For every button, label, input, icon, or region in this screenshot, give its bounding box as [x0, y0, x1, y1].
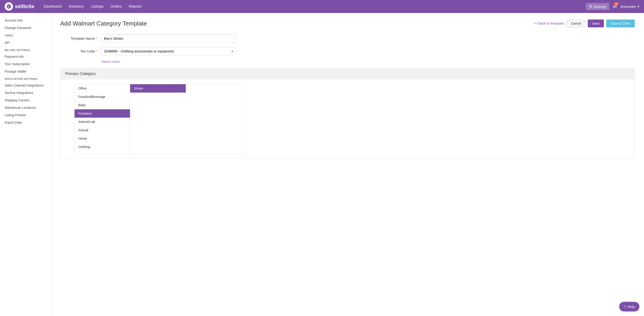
help-button[interactable]: ? Help	[619, 302, 639, 311]
tax-code-row: Tax Code * 2038895 - Clothing accessorie…	[60, 47, 635, 55]
template-name-label: Template Name *	[60, 36, 97, 40]
app-settings-label: APPLICATION SETTINGS	[0, 75, 51, 82]
sidebar-item-account-info[interactable]: Account Info	[0, 17, 51, 24]
sidebar-item-sales-channel[interactable]: Sales Channel Integrations	[0, 82, 51, 89]
sidebar-item-postage-wallet[interactable]: Postage Wallet	[0, 68, 51, 75]
nav-right: ⚙ Settings ✉ 66 Briteseller ▾	[586, 3, 639, 10]
template-name-row: Template Name *	[60, 34, 635, 43]
user-label: Briteseller	[620, 5, 636, 9]
sidebar-item-payment-info[interactable]: Payment Info	[0, 53, 51, 60]
sidebar-item-warehouse-locations[interactable]: Warehouse Locations	[0, 104, 51, 111]
user-menu-button[interactable]: Briteseller ▾	[620, 5, 639, 9]
top-nav: S sellbrite Dashboard Inventory Listings…	[0, 0, 644, 13]
settings-label: Settings	[594, 5, 606, 9]
help-label: Help	[628, 305, 635, 308]
sidebar: Account Info Change Password Users API B…	[0, 13, 51, 316]
nav-dashboard[interactable]: Dashboard	[44, 4, 62, 10]
primary-category-body: Office FoodAndBeverage Baby Footwear Art…	[60, 79, 634, 159]
main-content: Add Walmart Category Template << Back to…	[51, 13, 644, 316]
chevron-down-icon: ▾	[638, 5, 639, 9]
logo-icon: S	[5, 2, 13, 11]
layout: Account Info Change Password Users API B…	[0, 13, 644, 316]
page-header: Add Walmart Category Template << Back to…	[60, 20, 635, 27]
sidebar-item-shipping-carriers[interactable]: Shipping Carriers	[0, 96, 51, 104]
template-name-input[interactable]	[101, 34, 235, 43]
cancel-button[interactable]: Cancel	[567, 20, 586, 27]
category-item-gardenandpatio[interactable]: GardenAndPatio	[74, 151, 130, 154]
page-title: Add Walmart Category Template	[60, 20, 147, 27]
tax-required-star: *	[96, 49, 97, 53]
category-item-home[interactable]: Home	[74, 134, 130, 143]
category-item-baby[interactable]: Baby	[74, 101, 130, 109]
sidebar-item-your-subscription[interactable]: Your Subscription	[0, 60, 51, 68]
notification-badge: 66	[614, 2, 619, 5]
category-item-clothing[interactable]: Clothing	[74, 143, 130, 151]
sidebar-item-export-data[interactable]: Export Data	[0, 119, 51, 126]
nav-orders[interactable]: Orders	[110, 4, 122, 10]
category-item-shoes[interactable]: Shoes	[130, 84, 186, 93]
category-item-foodandbeverage[interactable]: FoodAndBeverage	[74, 93, 130, 101]
sidebar-item-users[interactable]: Users	[0, 32, 51, 39]
primary-category-header: Primary Category	[60, 68, 634, 79]
category-item-footwear[interactable]: Footwear	[74, 109, 130, 118]
nav-inventory[interactable]: Inventory	[69, 4, 84, 10]
sidebar-item-api[interactable]: API	[0, 39, 51, 46]
header-actions: << Back to templates Cancel Save Save & …	[534, 20, 635, 27]
category-item-office[interactable]: Office	[74, 84, 130, 93]
tax-code-select-wrap: 2038895 - Clothing accessories or equipm…	[101, 47, 235, 55]
category-item-artandcraft[interactable]: ArtAndCraft	[74, 118, 130, 126]
back-to-templates-link[interactable]: << Back to templates	[534, 22, 564, 25]
logo[interactable]: S sellbrite	[5, 2, 34, 11]
sidebar-item-listing-presets[interactable]: Listing Presets	[0, 111, 51, 119]
category-col-2: Shoes	[130, 84, 186, 154]
sidebar-item-change-password[interactable]: Change Password	[0, 24, 51, 32]
tax-code-label: Tax Code *	[60, 49, 97, 53]
category-item-animal[interactable]: Animal	[74, 126, 130, 134]
nav-listings[interactable]: Listings	[91, 4, 103, 10]
gear-icon: ⚙	[589, 5, 592, 9]
primary-category-section: Primary Category Office FoodAndBeverage …	[60, 68, 635, 159]
tax-code-select[interactable]: 2038895 - Clothing accessories or equipm…	[101, 47, 235, 55]
save-button[interactable]: Save	[588, 20, 604, 27]
search-codes-link[interactable]: Search codes	[102, 60, 635, 63]
nav-links: Dashboard Inventory Listings Orders Repo…	[44, 4, 586, 10]
help-icon: ?	[624, 305, 626, 308]
svg-text:S: S	[8, 5, 9, 8]
billing-settings-label: BILLING SETTINGS	[0, 46, 51, 53]
nav-reports[interactable]: Reports	[129, 4, 142, 10]
category-col-1: Office FoodAndBeverage Baby Footwear Art…	[74, 84, 130, 154]
required-star: *	[96, 36, 97, 40]
settings-button[interactable]: ⚙ Settings	[586, 3, 609, 10]
category-columns: Office FoodAndBeverage Baby Footwear Art…	[74, 84, 246, 154]
sidebar-item-service-integrations[interactable]: Service Integrations	[0, 89, 51, 96]
notifications-button[interactable]: ✉ 66	[613, 4, 617, 9]
save-close-button[interactable]: Save & Close	[606, 20, 635, 27]
logo-text: sellbrite	[15, 4, 34, 10]
